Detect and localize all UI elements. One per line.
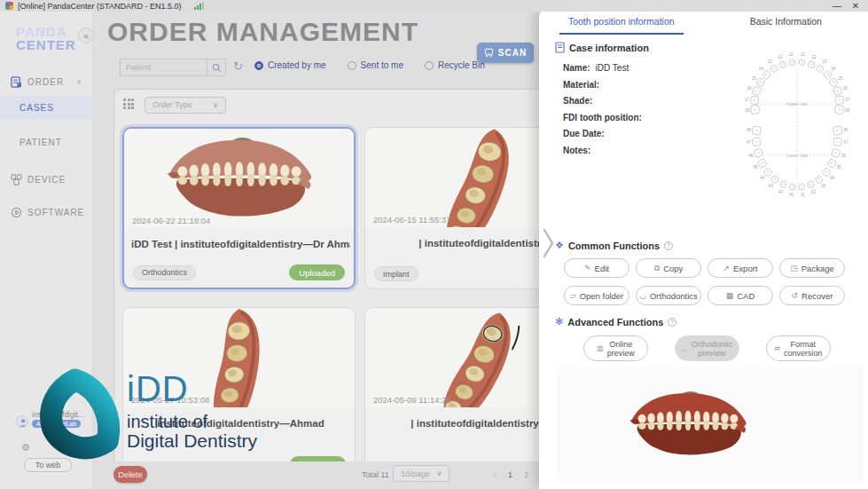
- sidebar-item-software[interactable]: SOFTWARE: [0, 203, 93, 221]
- svg-text:47: 47: [747, 140, 752, 145]
- orthodontics-icon: ◡: [639, 291, 646, 300]
- copy-button[interactable]: ⧉Copy: [636, 258, 701, 278]
- sidebar-item-order[interactable]: ORDER ∧: [0, 73, 93, 91]
- svg-text:36: 36: [841, 154, 847, 158]
- edit-button[interactable]: ✎Edit: [564, 258, 629, 278]
- order-type-select[interactable]: Order Type ∨: [145, 97, 226, 114]
- user-avatar[interactable]: [16, 415, 28, 428]
- pandacenter-window: [Online] PandaCenter (STANDARD - EN1.5.0…: [0, 0, 868, 489]
- filter-radios: Created by me Sent to me Recycle Bin: [254, 60, 485, 70]
- case-fields: Name:iDD Test Material: Shade: FDI tooth…: [563, 63, 647, 162]
- svg-text:Upper Jaw: Upper Jaw: [786, 101, 808, 106]
- search-input[interactable]: [120, 59, 207, 76]
- sidebar-item-label: ORDER: [27, 77, 64, 87]
- sidebar-item-patient[interactable]: PATIENT: [0, 133, 93, 151]
- status-badge: Uploaded: [289, 264, 345, 280]
- sidebar-item-label: DEVICE: [27, 175, 66, 185]
- open-folder-button[interactable]: ▱Open folder: [564, 286, 629, 305]
- sidebar-collapse-button[interactable]: «: [78, 28, 94, 43]
- svg-text:14: 14: [759, 67, 764, 71]
- advanced-functions-row: ▥Online preview ◡Orthodontic preview ⇄Fo…: [583, 335, 831, 361]
- cad-icon: ▦: [726, 291, 734, 300]
- 3d-scan-model: [626, 382, 750, 467]
- folder-icon: ▱: [570, 291, 576, 300]
- chevron-down-icon: ∨: [213, 101, 218, 109]
- radio-recycle-bin[interactable]: Recycle Bin: [425, 60, 485, 70]
- fdi-tooth-chart[interactable]: 18 17 16 15: [730, 49, 864, 201]
- svg-text:17: 17: [745, 98, 750, 102]
- svg-text:27: 27: [845, 98, 850, 102]
- svg-text:41: 41: [789, 193, 794, 197]
- recover-button[interactable]: ↺Recover: [779, 286, 845, 305]
- case-date: 2024-05-27 10:53:08: [131, 395, 209, 405]
- svg-text:12: 12: [778, 55, 783, 59]
- app-icon: [5, 2, 13, 10]
- panel-collapse-chevron[interactable]: [541, 226, 555, 260]
- case-type-tag: Implant: [374, 266, 418, 281]
- help-icon[interactable]: ?: [664, 241, 673, 250]
- case-card[interactable]: 2024-06-22 21:18:04 iDD Test | institute…: [122, 127, 356, 289]
- format-conversion-button[interactable]: ⇄Format conversion: [766, 335, 831, 361]
- refresh-icon[interactable]: ↻: [233, 59, 243, 73]
- tab-tooth-position-information[interactable]: Tooth position information: [539, 8, 704, 35]
- sidebar-item-device[interactable]: DEVICE: [0, 170, 93, 188]
- radio-sent-to-me[interactable]: Sent to me: [348, 60, 403, 70]
- radio-created-by-me[interactable]: Created by me: [254, 60, 326, 70]
- export-button[interactable]: ↗Export: [708, 258, 773, 278]
- minimize-button[interactable]: —: [830, 1, 844, 11]
- svg-text:48: 48: [747, 128, 752, 132]
- case-title: iDD Test | instituteofdigitaldentistry—D…: [131, 239, 350, 249]
- orthodontics-button[interactable]: ◡Orthodontics: [636, 286, 701, 305]
- common-functions-row2: ▱Open folder ◡Orthodontics ▦CAD ↺Recover: [564, 286, 845, 305]
- user-name: instituteofdigit...: [32, 410, 89, 419]
- signal-strength-icon: [194, 3, 204, 10]
- recover-icon: ↺: [792, 291, 799, 300]
- scan-thumbnail: [124, 129, 354, 228]
- scan-button[interactable]: SCAN: [477, 43, 534, 63]
- settings-gear-icon[interactable]: ⚙: [21, 442, 30, 454]
- advanced-functions-heading: ✻ Advanced Functions ?: [555, 316, 676, 327]
- document-icon: [555, 42, 565, 53]
- radio-dot: [348, 61, 356, 70]
- page-number-1[interactable]: 1: [508, 470, 512, 479]
- page-size-select[interactable]: 10/page ∨: [393, 465, 450, 482]
- case-name-value: iDD Test: [596, 63, 629, 73]
- svg-text:38: 38: [843, 128, 848, 132]
- grid-view-icon[interactable]: [123, 99, 136, 111]
- close-button[interactable]: ✕: [848, 1, 863, 11]
- case-card[interactable]: 2024-05-27 10:53:08 instituteofdigitalde…: [122, 307, 356, 461]
- window-title: [Online] PandaCenter (STANDARD - EN1.5.0…: [18, 2, 181, 11]
- prev-page-button[interactable]: ‹: [494, 470, 497, 479]
- format-conversion-icon: ⇄: [774, 344, 780, 353]
- help-icon[interactable]: ?: [668, 318, 676, 327]
- svg-text:45: 45: [753, 165, 758, 170]
- online-preview-button[interactable]: ▥Online preview: [583, 335, 648, 361]
- search-button[interactable]: [207, 59, 226, 76]
- svg-text:46: 46: [748, 154, 754, 158]
- common-functions-heading: ❖ Common Functions ?: [555, 240, 673, 251]
- package-button[interactable]: ◳Package: [779, 258, 845, 278]
- page-title: ORDER MANAGEMENT: [107, 17, 418, 47]
- orthodontic-preview-button[interactable]: ◡Orthodontic preview: [675, 335, 739, 361]
- delete-button[interactable]: Delete: [113, 466, 147, 483]
- authorized-lab-badge: AuthorizedLab: [32, 420, 81, 428]
- radio-dot: [425, 61, 434, 70]
- svg-text:15: 15: [752, 76, 757, 81]
- sidebar-item-cases[interactable]: CASES: [0, 96, 93, 119]
- device-icon: [11, 174, 22, 185]
- svg-text:44: 44: [760, 176, 765, 180]
- pagination: ‹ 1 2: [494, 470, 528, 479]
- cad-button[interactable]: ▦CAD: [708, 286, 773, 305]
- to-web-button[interactable]: To web: [24, 458, 72, 472]
- page-number-2[interactable]: 2: [524, 470, 528, 479]
- 3d-preview-viewport[interactable]: [557, 367, 864, 482]
- svg-text:37: 37: [843, 140, 848, 145]
- svg-text:34: 34: [830, 176, 835, 180]
- case-type-tag: Orthodontics: [133, 265, 196, 280]
- order-icon: [11, 76, 22, 88]
- radio-dot: [254, 61, 263, 70]
- tab-basic-information[interactable]: Basic Information: [704, 8, 868, 35]
- search-group: [120, 59, 226, 76]
- export-icon: ↗: [723, 264, 730, 272]
- case-date: 2024-06-22 21:18:04: [132, 216, 210, 225]
